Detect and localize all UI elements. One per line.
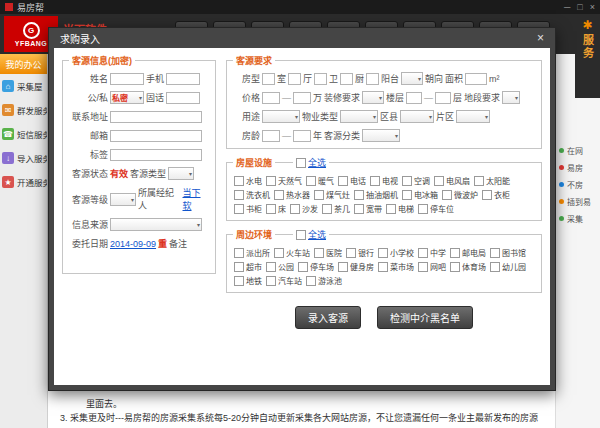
orientation-select[interactable]: ▾: [401, 72, 423, 85]
close-icon[interactable]: ×: [537, 28, 544, 48]
grade-select[interactable]: ▾: [110, 193, 136, 206]
facilities-select-all[interactable]: 全选: [293, 156, 329, 169]
checkbox[interactable]: [346, 248, 356, 258]
facility-checkbox-item[interactable]: 电冰箱: [402, 189, 438, 200]
checkbox[interactable]: [378, 262, 388, 272]
age-min-input[interactable]: [262, 130, 280, 142]
checkbox[interactable]: [234, 262, 244, 272]
facility-checkbox-item[interactable]: 书柜: [234, 203, 262, 214]
checkbox[interactable]: [386, 204, 396, 214]
facility-checkbox-item[interactable]: 太阳能: [474, 175, 510, 186]
tel-input[interactable]: [166, 92, 200, 104]
checkbox[interactable]: [314, 248, 324, 258]
checkbox[interactable]: [274, 190, 284, 200]
environment-checkbox-item[interactable]: 超市: [234, 261, 262, 272]
category-select[interactable]: ▾: [362, 129, 400, 142]
sidebar-item-sms[interactable]: ☎ 短信服务: [0, 122, 47, 146]
checkbox[interactable]: [482, 190, 492, 200]
privacy-select[interactable]: 私密 ▾: [110, 91, 144, 104]
environment-checkbox-item[interactable]: 派出所: [234, 247, 270, 258]
facility-checkbox-item[interactable]: 茶几: [322, 203, 350, 214]
facility-checkbox-item[interactable]: 抽油烟机: [354, 189, 398, 200]
kitchens-input[interactable]: [340, 73, 353, 85]
environment-checkbox-item[interactable]: 健身房: [338, 261, 374, 272]
checkbox[interactable]: [354, 190, 364, 200]
checkbox[interactable]: [266, 276, 276, 286]
minimize-button[interactable]: ─: [564, 0, 570, 14]
sidebar-item-groupsend[interactable]: ✉ 群发服务: [0, 98, 47, 122]
right-panel-link[interactable]: 插到易: [556, 193, 600, 210]
facility-checkbox-item[interactable]: 煤气灶: [314, 189, 350, 200]
checkbox[interactable]: [338, 262, 348, 272]
facility-checkbox-item[interactable]: 床: [266, 203, 286, 214]
checkbox[interactable]: [402, 190, 412, 200]
blacklist-check-button[interactable]: 检测中介黑名单: [377, 306, 473, 329]
facility-checkbox-item[interactable]: 沙发: [290, 203, 318, 214]
environment-checkbox-item[interactable]: 中学: [418, 247, 446, 258]
checkbox[interactable]: [418, 262, 428, 272]
submit-customer-button[interactable]: 录入客源: [295, 306, 361, 329]
facility-checkbox-item[interactable]: 天然气: [266, 175, 302, 186]
environment-checkbox-item[interactable]: 医院: [314, 247, 342, 258]
environment-checkbox-item[interactable]: 邮电局: [450, 247, 486, 258]
price-max-input[interactable]: [293, 92, 311, 104]
name-input[interactable]: [110, 73, 144, 85]
facility-checkbox-item[interactable]: 洗衣机: [234, 189, 270, 200]
checkbox[interactable]: [306, 176, 316, 186]
checkbox[interactable]: [442, 190, 452, 200]
environment-checkbox-item[interactable]: 体育场: [450, 261, 486, 272]
checkbox[interactable]: [450, 262, 460, 272]
checkbox[interactable]: [234, 176, 244, 186]
checkbox[interactable]: [434, 176, 444, 186]
sidebar-item-activate[interactable]: ★ 开通服务: [0, 170, 47, 194]
district-select[interactable]: ▾: [400, 110, 434, 123]
environment-checkbox-item[interactable]: 菜市场: [378, 261, 414, 272]
area-input[interactable]: [465, 73, 487, 85]
property-type-select[interactable]: ▾: [340, 110, 378, 123]
checkbox[interactable]: [234, 248, 244, 258]
checkbox[interactable]: [298, 262, 308, 272]
checkbox[interactable]: [266, 204, 276, 214]
facility-checkbox-item[interactable]: 电视: [370, 175, 398, 186]
checkbox[interactable]: [490, 262, 500, 272]
mobile-input[interactable]: [166, 73, 200, 85]
environment-checkbox-item[interactable]: 小学校: [378, 247, 414, 258]
type-select[interactable]: ▾: [168, 167, 194, 180]
checkbox[interactable]: [296, 230, 306, 240]
checkbox[interactable]: [234, 204, 244, 214]
checkbox[interactable]: [234, 276, 244, 286]
rooms-input[interactable]: [262, 73, 275, 85]
floor-max-input[interactable]: [435, 92, 451, 104]
environment-checkbox-item[interactable]: 图书馆: [490, 247, 526, 258]
sidebar-item-collect[interactable]: ⌂ 采集屋: [0, 74, 47, 98]
use-select[interactable]: ▾: [262, 110, 300, 123]
environment-checkbox-item[interactable]: 停车场: [298, 261, 334, 272]
decoration-select[interactable]: ▾: [362, 91, 384, 104]
service-tab[interactable]: ✱ 服务: [575, 14, 600, 98]
location-select[interactable]: ▾: [502, 91, 520, 104]
environment-checkbox-item[interactable]: 公园: [266, 261, 294, 272]
right-panel-link[interactable]: 在网: [556, 142, 600, 159]
checkbox[interactable]: [354, 204, 364, 214]
reset-link[interactable]: 重: [158, 237, 167, 250]
facility-checkbox-item[interactable]: 空调: [402, 175, 430, 186]
source-select[interactable]: ▾: [110, 218, 202, 231]
checkbox[interactable]: [266, 176, 276, 186]
environment-checkbox-item[interactable]: 幼儿园: [490, 261, 526, 272]
checkbox[interactable]: [234, 190, 244, 200]
checkbox[interactable]: [314, 190, 324, 200]
environment-checkbox-item[interactable]: 网吧: [418, 261, 446, 272]
sidebar-item-import[interactable]: ↓ 导入服务: [0, 146, 47, 170]
facility-checkbox-item[interactable]: 微波炉: [442, 189, 478, 200]
checkbox[interactable]: [290, 204, 300, 214]
address-input[interactable]: [110, 111, 202, 123]
price-min-input[interactable]: [262, 92, 280, 104]
halls-input[interactable]: [288, 73, 301, 85]
balconies-input[interactable]: [366, 73, 379, 85]
environment-checkbox-item[interactable]: 银行: [346, 247, 374, 258]
checkbox[interactable]: [418, 248, 428, 258]
maximize-button[interactable]: □: [577, 0, 582, 14]
subarea-select[interactable]: ▾: [456, 110, 490, 123]
checkbox[interactable]: [296, 158, 306, 168]
tag-input[interactable]: [110, 149, 202, 161]
